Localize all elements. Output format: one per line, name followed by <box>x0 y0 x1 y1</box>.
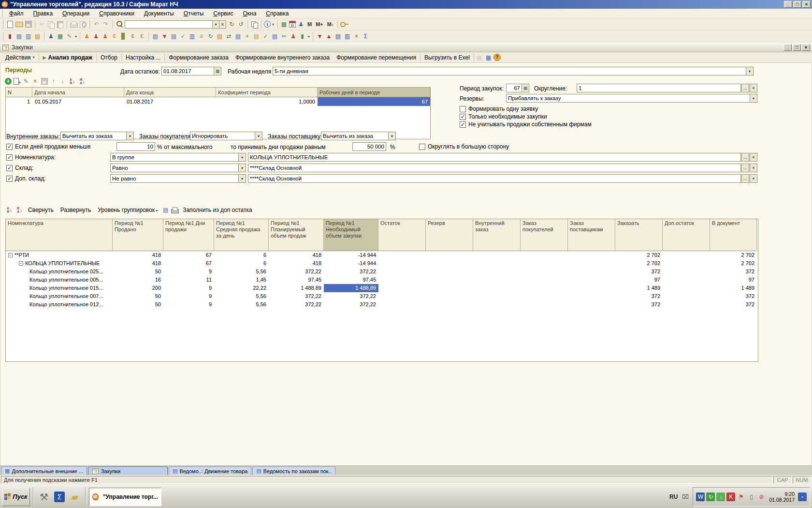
cash-out-icon[interactable]: ¢ <box>129 32 137 40</box>
nomenclature-cell[interactable]: Кольцо уплотнительное 007... <box>6 292 113 300</box>
warehouse-filter-checkbox[interactable]: ✓ <box>6 165 13 171</box>
analysis-table[interactable]: НоменклатураПериод №1 ПроданоПериод №1 Д… <box>5 219 758 362</box>
calendar-icon[interactable]: 31 <box>289 21 296 28</box>
undo-icon[interactable]: ↶ <box>92 20 101 28</box>
table-cell[interactable] <box>378 276 426 284</box>
table-cell[interactable]: 1,0000 <box>216 97 318 106</box>
warehouse-filter-condition-combo[interactable]: Равно▼ <box>110 164 246 172</box>
save-periods-button[interactable] <box>40 77 48 85</box>
column-header[interactable]: Период №1 Планируемый объем продаж <box>269 219 324 251</box>
minimize-button[interactable]: _ <box>784 1 792 8</box>
edit-period-button[interactable]: ✎ <box>22 77 30 85</box>
table-cell[interactable]: 372,22 <box>324 268 378 276</box>
table-cell[interactable]: 372 <box>615 268 663 276</box>
table-cell[interactable] <box>426 268 473 276</box>
table-cell[interactable] <box>521 276 568 284</box>
table-cell[interactable] <box>568 276 615 284</box>
table-row[interactable]: 101.05.201701.08.20171,000067 <box>6 97 430 106</box>
table-cell[interactable]: 16 <box>113 276 163 284</box>
nomenclature-filter-select-button[interactable]: ... <box>741 153 749 162</box>
table-cell[interactable]: 67 <box>163 259 214 268</box>
find-next-icon[interactable]: ↻ <box>228 20 236 28</box>
folder-icon[interactable]: ▰ <box>68 490 82 504</box>
memory-button[interactable]: M <box>305 21 314 27</box>
display-icon[interactable]: ▪ <box>798 493 807 501</box>
customer-orders-combo[interactable]: Игнорировать ▼ <box>190 132 262 140</box>
table-cell[interactable] <box>473 251 521 259</box>
only-necessary-checkbox[interactable]: ✓ <box>460 114 466 120</box>
table-cell[interactable]: 9 <box>163 268 214 276</box>
search-input[interactable] <box>125 20 213 29</box>
doc-cut-icon[interactable]: ✂ <box>280 32 288 40</box>
print-form-icon[interactable]: ▥ <box>24 32 32 40</box>
nomenclature-cell[interactable]: Кольцо уплотнительное 012... <box>6 300 113 309</box>
table-row[interactable]: Кольцо уплотнительное 012...5095,56372,2… <box>6 300 758 309</box>
copy-period-button[interactable] <box>13 77 21 85</box>
paste-icon[interactable] <box>56 20 64 28</box>
coins-stack-icon[interactable]: ≡ <box>197 32 205 40</box>
print-icon[interactable] <box>70 20 78 28</box>
table-cell[interactable]: 5,56 <box>214 300 269 309</box>
menu-item-сервис[interactable]: Сервис <box>208 9 238 18</box>
table-cell[interactable]: 418 <box>269 251 324 259</box>
nomenclature-cell[interactable]: Кольцо уплотнительное 015... <box>6 284 113 292</box>
table-cell[interactable] <box>521 300 568 309</box>
column-header[interactable]: Резерв <box>426 219 473 251</box>
table-cell[interactable]: 5,56 <box>214 268 269 276</box>
address-book-icon[interactable]: ▮ <box>6 32 14 40</box>
chevron-down-icon[interactable]: ▼ <box>213 20 219 29</box>
table-cell[interactable]: 2 702 <box>710 251 757 259</box>
menu-item-операции[interactable]: Операции <box>58 9 94 18</box>
nomenclature-cell[interactable]: Кольцо уплотнительное 025... <box>6 268 113 276</box>
table-cell[interactable] <box>521 251 568 259</box>
sort-descending-button[interactable]: ЯА↓ <box>78 77 87 85</box>
key-icon[interactable] <box>340 20 348 28</box>
excel-icon[interactable]: ▦ <box>475 54 483 61</box>
expand-button[interactable]: Развернуть <box>57 207 95 213</box>
table-cell[interactable]: 1 488,89 <box>324 284 378 292</box>
table-cell[interactable]: 372,22 <box>324 292 378 300</box>
rounding-select-button[interactable]: ... <box>741 84 749 92</box>
table-cell[interactable] <box>426 292 473 300</box>
menu-item-справка[interactable]: Справка <box>261 9 293 18</box>
table-cell[interactable] <box>521 268 568 276</box>
cash-in-icon[interactable]: ¢ <box>110 32 118 40</box>
grouping-settings-icon[interactable]: ▤ <box>161 206 170 214</box>
counterparties-icon[interactable]: ♟ <box>47 32 55 40</box>
table-cell[interactable] <box>426 276 473 284</box>
table-cell[interactable]: 1 <box>6 97 32 106</box>
chevron-down-icon[interactable]: ▼ <box>750 94 757 103</box>
calendar-buy-icon[interactable]: ▼ <box>316 32 324 40</box>
table-cell[interactable] <box>521 259 568 268</box>
nomenclature-cell[interactable]: −КОЛЬЦА УПЛОТНИТЕЛЬНЫЕ <box>6 259 113 268</box>
table-cell[interactable] <box>378 251 426 259</box>
new-document-icon[interactable] <box>6 20 14 28</box>
language-indicator[interactable]: RU <box>669 493 678 500</box>
min-percent-field[interactable]: 10 <box>116 142 155 151</box>
doc-copy-icon[interactable]: ▤ <box>271 32 279 40</box>
table-row[interactable]: Кольцо уплотнительное 007...5095,56372,2… <box>6 292 758 300</box>
flag-icon[interactable]: ⚑ <box>737 493 745 501</box>
monitor-icon[interactable]: ⌧ <box>681 493 689 501</box>
table-cell[interactable]: 372 <box>710 300 757 309</box>
table-cell[interactable]: -14 944 <box>324 251 378 259</box>
rounding-clear-button[interactable]: × <box>750 84 757 92</box>
calendar-picker-icon[interactable]: ▦ <box>214 67 221 75</box>
customer-icon[interactable]: ♟ <box>83 32 91 40</box>
redo-icon[interactable]: ↷ <box>102 20 110 28</box>
sort-ascending-button[interactable]: АЯ↓ <box>5 206 14 214</box>
menu-item-отчеты[interactable]: Отчеты <box>179 9 209 18</box>
table-cell[interactable] <box>521 292 568 300</box>
table-cell[interactable]: 50 <box>113 300 163 309</box>
task-button-1c[interactable]: 1С "Управление торг... <box>89 488 161 506</box>
move-up-button[interactable]: ↑ <box>49 77 58 85</box>
sort-descending-button[interactable]: ЯА↓ <box>15 206 24 214</box>
table-cell[interactable]: 9 <box>163 292 214 300</box>
memory-plus-button[interactable]: M+ <box>314 21 325 27</box>
table-cell[interactable]: 01.05.2017 <box>32 97 124 106</box>
dropdown-caret-icon[interactable]: ▾ <box>272 22 274 27</box>
window-tab-ведомость-по-заказам-пок-[interactable]: ▤Ведомость по заказам пок.. <box>252 466 335 475</box>
table-cell[interactable] <box>473 259 521 268</box>
table-cell[interactable] <box>426 259 473 268</box>
column-header[interactable]: Дата конца <box>124 88 216 97</box>
